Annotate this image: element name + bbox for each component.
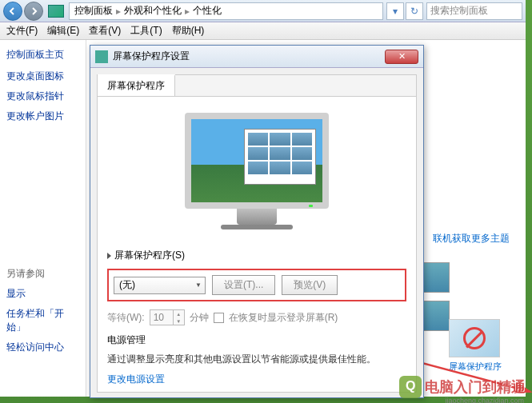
breadcrumb-item[interactable]: 个性化 [193,4,222,18]
breadcrumb-separator: ▸ [185,6,190,17]
menu-view[interactable]: 查看(V) [89,24,121,38]
screensaver-section-label: 屏幕保护程序(S) [107,249,406,262]
menu-help[interactable]: 帮助(H) [172,24,205,38]
refresh-button[interactable]: ↻ [406,2,423,20]
menubar: 文件(F) 编辑(E) 查看(V) 工具(T) 帮助(H) [0,22,526,40]
screensaver-settings-dialog: 屏幕保护程序设置 ✕ 屏幕保护程序 [90,45,424,398]
sidebar-link-taskbar[interactable]: 任务栏和「开始」 [6,307,79,334]
tab-screensaver[interactable]: 屏幕保护程序 [98,74,175,96]
menu-file[interactable]: 文件(F) [6,24,38,38]
dialog-title: 屏幕保护程序设置 [113,50,385,63]
menu-edit[interactable]: 编辑(E) [47,24,79,38]
breadcrumb[interactable]: 控制面板 ▸ 外观和个性化 ▸ 个性化 [69,2,383,20]
sidebar: 控制面板主页 更改桌面图标 更改鼠标指针 更改帐户图片 另请参阅 显示 任务栏和… [0,40,86,397]
watermark-icon [399,376,422,398]
breadcrumb-item[interactable]: 控制面板 [74,4,113,18]
sidebar-link-desktop-icons[interactable]: 更改桌面图标 [6,70,79,83]
resume-login-checkbox[interactable] [214,313,224,323]
back-button[interactable] [3,2,22,21]
sidebar-link-display[interactable]: 显示 [6,287,79,301]
wait-label: 等待(W): [107,311,145,325]
watermark: 电脑入门到精通 [399,376,526,398]
search-placeholder: 搜索控制面板 [430,4,488,18]
tab-container: 屏幕保护程序 [97,74,417,393]
wait-unit: 分钟 [190,311,209,325]
preview-button[interactable]: 预览(V) [282,275,338,295]
watermark-subtext: jiaocheng.chazidian.com [445,397,524,403]
settings-button[interactable]: 设置(T)... [212,275,275,295]
close-button[interactable]: ✕ [385,50,418,64]
sidebar-link-mouse-pointers[interactable]: 更改鼠标指针 [6,90,79,103]
power-management-desc: 通过调整显示亮度和其他电源设置以节省能源或提供最佳性能。 [107,352,406,366]
annotation-highlight-box: (无) 设置(T)... 预览(V) [107,269,406,301]
menu-tools[interactable]: 工具(T) [130,24,162,38]
resume-login-label: 在恢复时显示登录屏幕(R) [229,311,338,325]
online-themes-link[interactable]: 联机获取更多主题 [433,233,510,244]
sidebar-link-ease-access[interactable]: 轻松访问中心 [6,341,79,354]
breadcrumb-item[interactable]: 外观和个性化 [124,4,182,18]
power-management-title: 电源管理 [107,333,406,347]
sidebar-seealso-title: 另请参阅 [6,267,79,281]
address-icon [48,5,64,18]
forward-button[interactable] [24,2,43,21]
dialog-icon [95,50,108,63]
dropdown-history-button[interactable]: ▾ [386,2,404,20]
breadcrumb-separator: ▸ [116,6,121,17]
search-input[interactable]: 搜索控制面板 [426,2,522,20]
monitor-preview [177,113,337,233]
sidebar-home[interactable]: 控制面板主页 [6,48,79,62]
wait-minutes-input[interactable]: 10 ▲▼ [150,309,185,325]
screensaver-dropdown[interactable]: (无) [114,277,206,294]
sidebar-link-account-picture[interactable]: 更改帐户图片 [6,110,79,123]
dropdown-value: (无) [119,278,135,292]
titlebar: 控制面板 ▸ 外观和个性化 ▸ 个性化 ▾ ↻ 搜索控制面板 [0,0,526,22]
wait-value: 10 [154,312,164,323]
change-power-settings-link[interactable]: 更改电源设置 [107,373,165,385]
dialog-titlebar[interactable]: 屏幕保护程序设置 ✕ [90,46,423,68]
watermark-text: 电脑入门到精通 [425,377,526,397]
